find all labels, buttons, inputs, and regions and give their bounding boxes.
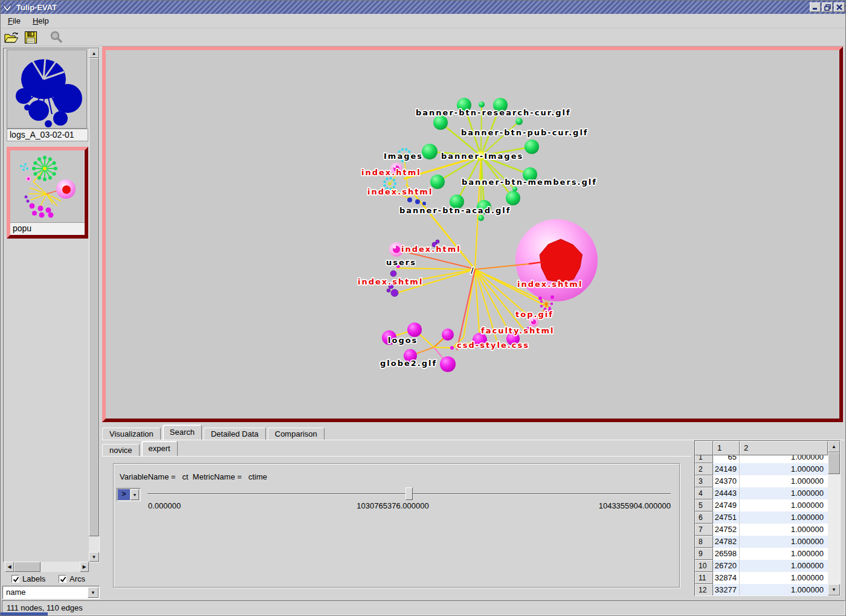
table-row[interactable]: 4244431.000000 (695, 487, 828, 499)
graph-node-label: logos (388, 336, 418, 345)
labels-checkbox[interactable]: Labels (11, 574, 45, 583)
minimize-button[interactable] (810, 2, 821, 12)
row-header[interactable]: 4 (695, 487, 713, 499)
cell-value[interactable]: 1.000000 (740, 524, 828, 536)
sidebar-hscrollbar[interactable]: ◀ ▶ (5, 562, 89, 572)
row-header[interactable]: 1 (695, 455, 713, 463)
graph-node-label: globe2.glf (380, 359, 437, 368)
cell-value[interactable]: 1.000000 (740, 463, 828, 475)
subtab-novice[interactable]: novice (102, 444, 140, 457)
cell-id[interactable]: 32874 (713, 572, 740, 584)
window-title: Tulip-EVAT (16, 3, 57, 12)
arcs-checkbox-box[interactable] (59, 575, 66, 583)
table-row[interactable]: 11328741.000000 (695, 572, 828, 584)
cell-value[interactable]: 1.000000 (740, 487, 828, 499)
operator-select[interactable]: > ▼ (117, 488, 141, 501)
row-header[interactable]: 5 (695, 499, 713, 512)
cell-value[interactable]: 1.000000 (740, 499, 828, 512)
cell-id[interactable]: 26598 (713, 548, 740, 560)
close-button[interactable] (834, 2, 845, 12)
table-row[interactable]: 6247511.000000 (695, 512, 828, 524)
main-tab-bar: VisualizationSearchDetailed DataComparis… (102, 425, 844, 440)
cell-value[interactable]: 1.000000 (740, 548, 828, 560)
row-header[interactable]: 11 (695, 572, 713, 584)
metric-slider-handle[interactable] (405, 487, 413, 500)
cell-value[interactable]: 1.000000 (740, 512, 828, 524)
cell-id[interactable]: 24782 (713, 536, 740, 548)
table-row[interactable]: 8247821.000000 (695, 536, 828, 548)
row-header[interactable]: 7 (695, 524, 713, 536)
table-scroll-thumb[interactable] (828, 452, 840, 474)
cell-value[interactable]: 1.000000 (740, 536, 828, 548)
visualization-area[interactable]: banner-btn-research-cur.glfbanner-btn-pu… (102, 47, 843, 422)
table-column-1[interactable]: 1 (713, 441, 740, 455)
table-row[interactable]: 1651.000000 (695, 455, 828, 463)
tab-comparison[interactable]: Comparison (268, 428, 325, 440)
row-header[interactable]: 6 (695, 512, 713, 524)
zoom-button[interactable] (48, 30, 65, 45)
row-header[interactable]: 10 (695, 560, 713, 572)
graph-canvas[interactable]: banner-btn-research-cur.glfbanner-btn-pu… (106, 50, 839, 419)
arcs-checkbox[interactable]: Arcs (59, 574, 85, 583)
tab-detailed-data[interactable]: Detailed Data (204, 428, 266, 440)
cell-value[interactable]: 1.000000 (740, 475, 828, 487)
maximize-button[interactable] (822, 2, 833, 12)
arcs-checkbox-label: Arcs (69, 574, 85, 583)
cell-id[interactable]: 24749 (713, 499, 740, 512)
property-select-value: name (3, 586, 26, 598)
hscroll-left-icon[interactable]: ◀ (5, 562, 14, 572)
row-header[interactable]: 2 (695, 463, 713, 475)
row-header[interactable]: 8 (695, 536, 713, 548)
table-column-2[interactable]: 2 (740, 441, 828, 455)
thumbnail-popu[interactable]: popu (7, 147, 88, 239)
tab-search[interactable]: Search (163, 425, 202, 440)
property-select[interactable]: name ▼ (2, 586, 100, 599)
operator-select-value: > (118, 489, 130, 500)
cell-id[interactable]: 65 (713, 455, 740, 463)
sidebar-scroll-down-icon[interactable]: ▼ (89, 552, 99, 562)
table-scroll-down-icon[interactable]: ▼ (828, 584, 840, 595)
table-row[interactable]: 2241491.000000 (695, 463, 828, 475)
sidebar-scroll-thumb[interactable] (89, 58, 99, 536)
menu-help[interactable]: Help (28, 15, 54, 27)
hscroll-thumb[interactable] (14, 562, 40, 572)
row-header[interactable]: 12 (695, 584, 713, 595)
menu-file[interactable]: File (3, 15, 25, 27)
table-row[interactable]: 10267201.000000 (695, 560, 828, 572)
table-row[interactable]: 3243701.000000 (695, 475, 828, 487)
cell-value[interactable]: 1.000000 (740, 584, 828, 595)
table-row[interactable]: 12332771.000000 (695, 584, 828, 595)
table-row[interactable]: 7247521.000000 (695, 524, 828, 536)
thumbnail-logs-image[interactable] (7, 50, 87, 129)
cell-id[interactable]: 24751 (713, 512, 740, 524)
sidebar-scroll-up-icon[interactable]: ▲ (89, 48, 99, 58)
cell-id[interactable]: 24149 (713, 463, 740, 475)
cell-id[interactable]: 24370 (713, 475, 740, 487)
sidebar-scrollbar[interactable]: ▲ ▼ (89, 48, 99, 562)
row-header[interactable]: 3 (695, 475, 713, 487)
cell-value[interactable]: 1.000000 (740, 560, 828, 572)
tab-visualization[interactable]: Visualization (102, 428, 161, 440)
subtab-expert[interactable]: expert (141, 441, 178, 457)
cell-id[interactable]: 24752 (713, 524, 740, 536)
row-header[interactable]: 9 (695, 548, 713, 560)
thumbnail-popu-image[interactable] (10, 150, 83, 222)
property-select-arrow-icon[interactable]: ▼ (88, 587, 98, 598)
table-scroll-up-icon[interactable]: ▲ (828, 441, 840, 452)
thumbnail-logs[interactable]: logs_A_03-02-01 (7, 50, 88, 141)
cell-id[interactable]: 26720 (713, 560, 740, 572)
save-file-button[interactable] (22, 30, 39, 45)
cell-id[interactable]: 24443 (713, 487, 740, 499)
title-bar[interactable]: Tulip-EVAT (1, 1, 846, 14)
cell-value[interactable]: 1.000000 (740, 455, 828, 463)
table-scrollbar[interactable]: ▲ ▼ (828, 441, 840, 595)
magnifier-icon (49, 30, 63, 45)
table-row[interactable]: 5247491.000000 (695, 499, 828, 512)
open-file-button[interactable] (3, 30, 20, 45)
hscroll-right-icon[interactable]: ▶ (80, 562, 89, 572)
labels-checkbox-box[interactable] (11, 575, 19, 583)
cell-value[interactable]: 1.000000 (740, 572, 828, 584)
table-row[interactable]: 9265981.000000 (695, 548, 828, 560)
operator-select-arrow-icon[interactable]: ▼ (131, 489, 139, 500)
cell-id[interactable]: 33277 (713, 584, 740, 595)
